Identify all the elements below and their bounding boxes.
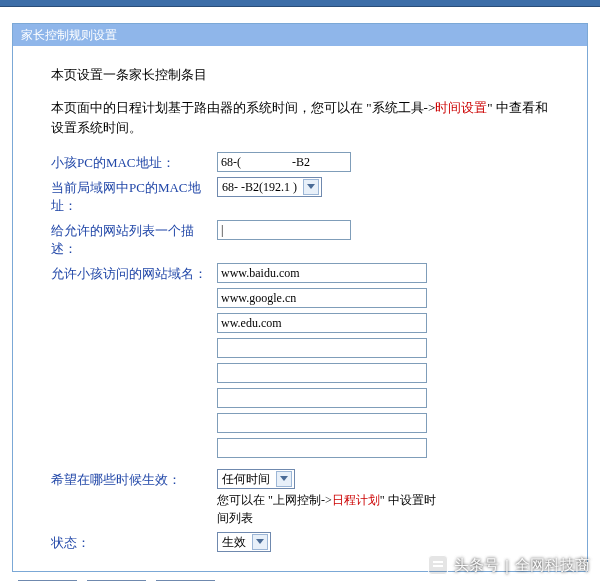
input-child-mac[interactable]: [217, 152, 351, 172]
intro-line-2: 本页面中的日程计划基于路由器的系统时间，您可以在 "系统工具->时间设置" 中查…: [51, 98, 557, 138]
input-site-4[interactable]: [217, 338, 427, 358]
select-lan-mac-text: 68- -B2(192.1 ): [222, 180, 303, 195]
label-time: 希望在哪些时候生效：: [51, 469, 217, 489]
chevron-down-icon: [252, 534, 268, 550]
select-time-text: 任何时间: [222, 471, 276, 488]
panel-title-text: 家长控制规则设置: [21, 27, 117, 44]
label-lan-mac: 当前局域网中PC的MAC地址：: [51, 177, 217, 215]
settings-panel: 家长控制规则设置 本页设置一条家长控制条目 本页面中的日程计划基于路由器的系统时…: [12, 23, 588, 572]
panel-body: 本页设置一条家长控制条目 本页面中的日程计划基于路由器的系统时间，您可以在 "系…: [13, 46, 587, 571]
input-site-8[interactable]: [217, 438, 427, 458]
time-note: 您可以在 "上网控制->日程计划" 中设置时间列表: [217, 491, 447, 527]
input-site-1[interactable]: [217, 263, 427, 283]
input-site-3[interactable]: [217, 313, 427, 333]
watermark-src: 头条号: [454, 556, 499, 575]
input-site-6[interactable]: [217, 388, 427, 408]
input-site-2[interactable]: [217, 288, 427, 308]
watermark-name: 全网科技商: [515, 556, 590, 575]
label-allow-sites: 允许小孩访问的网站域名：: [51, 263, 217, 283]
input-site-7[interactable]: [217, 413, 427, 433]
watermark-divider: |: [505, 557, 509, 574]
select-status-text: 生效: [222, 534, 252, 551]
watermark: 头条号 | 全网科技商: [428, 555, 590, 575]
toutiao-logo-icon: [428, 555, 448, 575]
label-child-mac: 小孩PC的MAC地址：: [51, 152, 217, 172]
link-time-settings[interactable]: 时间设置: [435, 100, 487, 115]
intro-2a: 本页面中的日程计划基于路由器的系统时间，您可以在 "系统工具->: [51, 100, 435, 115]
label-status: 状态：: [51, 532, 217, 552]
time-note-a: 您可以在 "上网控制->: [217, 493, 332, 507]
svg-rect-1: [433, 565, 443, 567]
chevron-down-icon: [303, 179, 319, 195]
label-allow-desc: 给允许的网站列表一个描述：: [51, 220, 217, 258]
select-lan-mac[interactable]: 68- -B2(192.1 ): [217, 177, 322, 197]
select-status[interactable]: 生效: [217, 532, 271, 552]
select-time[interactable]: 任何时间: [217, 469, 295, 489]
window-topbar: [0, 0, 600, 7]
input-allow-desc[interactable]: [217, 220, 351, 240]
svg-rect-0: [433, 561, 443, 563]
link-schedule[interactable]: 日程计划: [332, 493, 380, 507]
panel-title: 家长控制规则设置: [13, 24, 587, 46]
intro-line-1: 本页设置一条家长控制条目: [51, 66, 557, 84]
input-site-5[interactable]: [217, 363, 427, 383]
site-stack: [217, 263, 557, 463]
chevron-down-icon: [276, 471, 292, 487]
